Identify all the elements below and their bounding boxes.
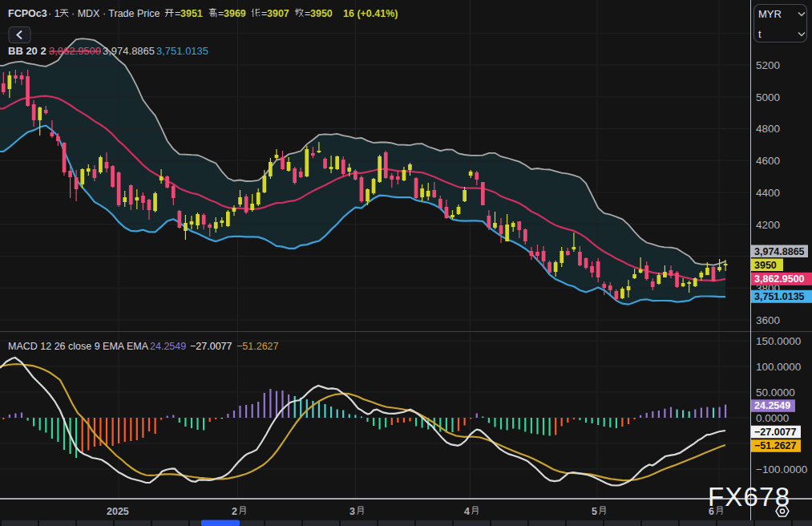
svg-text:24.2549: 24.2549 (754, 400, 790, 411)
svg-text:BB 20 2: BB 20 2 (8, 45, 46, 57)
svg-text:3,862.9500: 3,862.9500 (754, 273, 805, 285)
svg-text:5000: 5000 (756, 91, 780, 103)
svg-text:24.2549: 24.2549 (150, 341, 186, 352)
svg-text:0.0000: 0.0000 (756, 412, 789, 424)
svg-text:4600: 4600 (756, 155, 780, 167)
svg-text:3951: 3951 (180, 8, 203, 19)
svg-text:3,974.8865: 3,974.8865 (754, 246, 805, 257)
svg-text:3907: 3907 (267, 8, 289, 19)
svg-text:3,862.9500: 3,862.9500 (49, 45, 101, 57)
svg-text:4200: 4200 (756, 219, 780, 231)
svg-text:5200: 5200 (756, 59, 780, 71)
svg-text:−100.0000: −100.0000 (756, 463, 807, 475)
svg-text:16 (+0.41%): 16 (+0.41%) (343, 8, 398, 19)
svg-text:4400: 4400 (756, 187, 780, 199)
svg-text:−27.0077: −27.0077 (754, 427, 797, 438)
svg-text:4: 4 (464, 506, 470, 517)
svg-text:5: 5 (592, 506, 597, 517)
svg-text:−51.2627: −51.2627 (236, 341, 279, 352)
svg-text:3950: 3950 (754, 260, 777, 271)
svg-text:MACD 12 26 close 9 EMA EMA: MACD 12 26 close 9 EMA EMA (8, 341, 149, 352)
svg-text:50.0000: 50.0000 (756, 386, 795, 399)
svg-text:100.0000: 100.0000 (756, 361, 801, 373)
svg-text:2: 2 (232, 506, 237, 517)
svg-text:3600: 3600 (756, 314, 780, 326)
svg-text:−51.2627: −51.2627 (754, 440, 797, 451)
svg-text:· MDX · Trade Price: · MDX · Trade Price (71, 8, 160, 19)
svg-text:· 1: · 1 (48, 8, 60, 19)
svg-text:3: 3 (349, 506, 355, 517)
svg-text:FCPOc3: FCPOc3 (8, 8, 47, 19)
svg-text:MYR: MYR (758, 8, 782, 20)
svg-text:3,751.0135: 3,751.0135 (156, 45, 208, 57)
svg-text:3950: 3950 (310, 8, 333, 19)
svg-text:2025: 2025 (107, 506, 129, 517)
svg-text:150.0000: 150.0000 (756, 335, 801, 347)
svg-text:t: t (758, 28, 762, 40)
svg-text:3,751.0135: 3,751.0135 (754, 291, 805, 302)
svg-text:3969: 3969 (224, 8, 246, 19)
svg-text:3,974.8865: 3,974.8865 (103, 45, 155, 57)
svg-text:−27.0077: −27.0077 (190, 341, 232, 352)
svg-text:4800: 4800 (756, 123, 780, 135)
